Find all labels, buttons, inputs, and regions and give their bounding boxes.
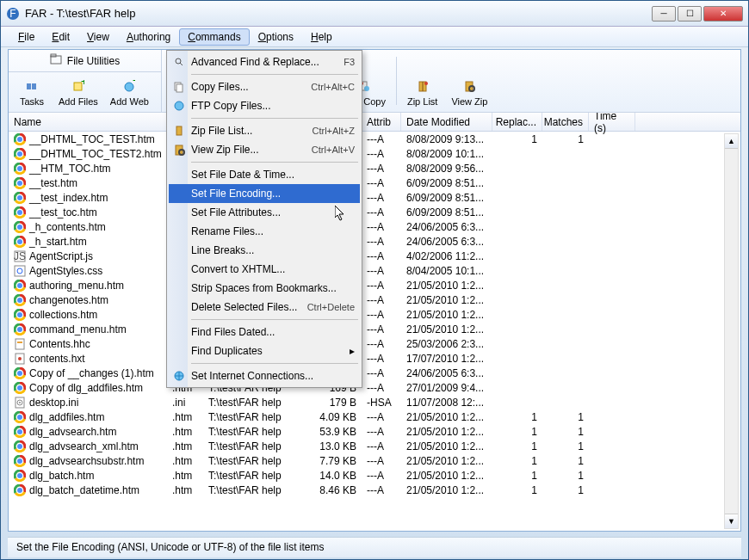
table-row[interactable]: Copy of __changes (1).htm.htmT:\test\FAR… [9,366,740,380]
table-row[interactable]: dlg_batch.htm.htmT:\test\FAR help14.0 KB… [9,468,740,483]
menu-item[interactable]: Delete Selected Files...Ctrl+Delete [169,298,360,317]
cell-name: authoring_menu.htm [9,280,167,292]
menu-help[interactable]: Help [302,28,341,46]
table-row[interactable]: __test_toc.htm---A6/09/2009 8:51... [9,205,740,219]
file-icon [14,280,26,292]
col-replac[interactable]: Replac... [492,113,542,131]
table-row[interactable]: dlg_addfiles.htm.htmT:\test\FAR help4.09… [9,409,740,424]
cell-date: 21/05/2010 1:2... [401,455,492,467]
cell-date: 21/05/2010 1:2... [401,426,492,438]
menu-options[interactable]: Options [250,28,302,46]
menu-item[interactable]: Find Duplicates▸ [169,342,360,360]
scroll-down-button[interactable]: ▼ [725,514,738,528]
menu-separator [191,162,358,163]
vertical-scrollbar[interactable]: ▲ ▼ [724,133,739,529]
tool-tasks[interactable]: Tasks [12,76,52,108]
titlebar[interactable]: F FAR - T:\test\FAR help ─ ☐ ✕ [1,1,748,27]
cell-attrib: ---A [362,367,401,379]
table-row[interactable]: authoring_menu.htm---A21/05/2010 1:2... [9,278,740,292]
cell-type: .ini [167,397,203,409]
tool-ziplist[interactable]: Zip List [402,76,443,108]
cell-date: 6/09/2009 8:51... [401,206,492,218]
table-row[interactable]: _h_start.htm---A24/06/2005 6:3... [9,234,740,249]
cell-matches: 1 [542,133,589,145]
table-row[interactable]: changenotes.htm---A21/05/2010 1:2... [9,292,740,307]
col-attrib[interactable]: Attrib [362,113,401,131]
tool-addweb[interactable]: +Add Web [105,76,154,108]
table-row[interactable]: __DHTML_TOC_TEST2.htm---A8/08/2009 10:1.… [9,146,740,161]
svg-rect-4 [27,83,31,89]
menu-shortcut: F3 [344,57,355,67]
menu-item[interactable]: Strip Spaces from Bookmarks... [169,279,360,298]
table-row[interactable]: dlg_advsearch_xml.htm.htmT:\test\FAR hel… [9,439,740,453]
submenu-arrow-icon: ▸ [350,345,355,357]
left-tool-buttons: Tasks+Add Files+Add Web [9,72,161,112]
table-row[interactable]: __HTM_TOC.htm---A8/08/2009 9:56... [9,161,740,175]
menu-view[interactable]: View [78,28,118,46]
menu-item[interactable]: Find Files Dated... [169,323,360,342]
table-row[interactable]: command_menu.htm.htmT:\test\FAR help10.3… [9,322,740,336]
svg-point-48 [17,312,22,317]
table-row[interactable]: AgentStyles.css---A8/04/2005 10:1... [9,263,740,278]
table-row[interactable]: Contents.hhc.hhcT:\test\FAR help76.1 KB-… [9,336,740,351]
file-icon [14,206,26,218]
table-row[interactable]: dlg_advsearch.htm.htmT:\test\FAR help53.… [9,424,740,439]
menu-commands[interactable]: Commands [179,28,249,46]
cell-date: 21/05/2010 1:2... [401,440,492,452]
col-name[interactable]: Name [9,113,167,131]
table-row[interactable]: dlg_batch_datetime.htm.htmT:\test\FAR he… [9,483,740,497]
file-utilities-label: File Utilities [67,55,120,67]
menu-item[interactable]: Convert to XHTML... [169,260,360,279]
close-button[interactable]: ✕ [703,6,743,22]
list-body[interactable]: __DHTML_TOC_TEST.htm---A8/08/2009 9:13..… [9,132,740,531]
menu-item[interactable]: Set File Attributes... [169,203,360,222]
col-matches[interactable]: Matches [542,113,589,131]
table-row[interactable]: JSAgentScript.js---A4/02/2006 11:2... [9,249,740,263]
menu-item[interactable]: Set File Date & Time... [169,165,360,184]
menu-item[interactable]: Set File Encoding... [169,184,360,203]
table-row[interactable]: contents.hxt.hxtT:\test\FAR help8.51 KB-… [9,351,740,366]
file-icon [14,426,26,438]
menu-item[interactable]: Rename Files... [169,222,360,241]
table-row[interactable]: desktop.ini.iniT:\test\FAR help179 B-HSA… [9,395,740,409]
minimize-button[interactable]: ─ [652,6,676,22]
col-time[interactable]: Time (s) [589,113,635,131]
svg-line-75 [180,63,183,65]
maximize-button[interactable]: ☐ [678,6,702,22]
menu-item[interactable]: Zip File List...Ctrl+Alt+Z [169,121,360,140]
menu-item[interactable]: Advanced Find & Replace...F3 [169,52,360,71]
table-row[interactable]: __test.htm---A6/09/2009 8:51... [9,175,740,190]
menu-item[interactable]: Set Internet Connections... [169,366,360,385]
menu-item[interactable]: FTP Copy Files... [169,96,360,115]
scroll-up-button[interactable]: ▲ [725,134,738,149]
menu-item[interactable]: View Zip File...Ctrl+Alt+V [169,140,360,159]
table-row[interactable]: dlg_advsearchsubstr.htm.htmT:\test\FAR h… [9,453,740,468]
menu-edit[interactable]: Edit [43,28,78,46]
cell-matches: 1 [542,484,589,496]
cell-replac: 1 [492,411,542,423]
file-icon [14,338,26,350]
tool-viewzip[interactable]: View Zip [446,76,492,108]
cell-attrib: ---A [362,323,401,335]
table-row[interactable]: _h_contents.htm---A24/06/2005 6:3... [9,219,740,234]
cell-attrib: ---A [362,426,401,438]
table-row[interactable]: __DHTML_TOC_TEST.htm---A8/08/2009 9:13..… [9,132,740,146]
svg-point-34 [17,210,22,215]
cell-date: 8/08/2009 9:13... [401,133,492,145]
viewzip-icon [461,77,478,95]
menu-item[interactable]: Line Breaks... [169,241,360,260]
menu-file[interactable]: File [9,28,43,46]
file-icon [14,163,26,175]
col-date[interactable]: Date Modified [401,113,492,131]
menu-authoring[interactable]: Authoring [118,28,179,46]
cell-name: __test_index.htm [9,192,167,204]
svg-point-44 [17,283,22,288]
tool-label: Add Files [59,96,98,107]
cell-date: 11/07/2008 12:... [401,397,492,409]
menu-item[interactable]: Copy Files...Ctrl+Alt+C [169,77,360,96]
table-row[interactable]: __test_index.htm---A6/09/2009 8:51... [9,190,740,205]
svg-rect-79 [176,126,182,135]
table-row[interactable]: collections.htm---A21/05/2010 1:2... [9,307,740,322]
table-row[interactable]: Copy of dlg_addfiles.htm.htmT:\test\FAR … [9,380,740,395]
tool-addfiles[interactable]: +Add Files [53,76,103,108]
